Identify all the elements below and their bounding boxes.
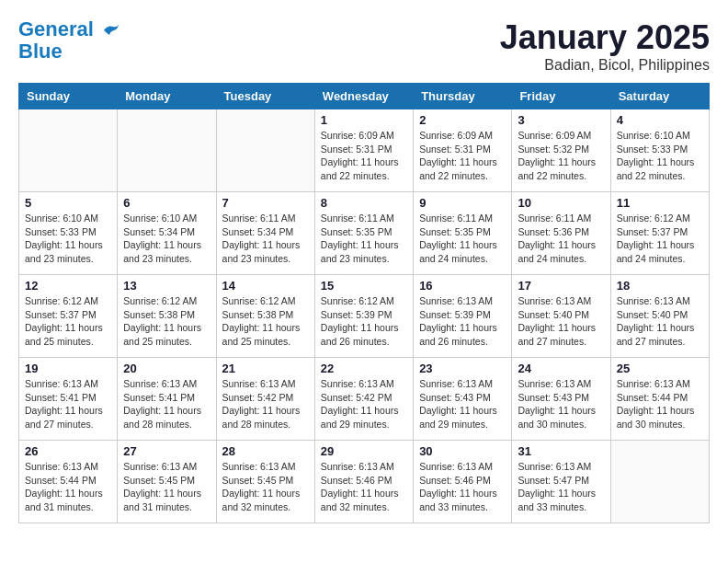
calendar-cell: 16Sunrise: 6:13 AM Sunset: 5:39 PM Dayli… — [414, 275, 512, 358]
logo-bird-icon — [102, 23, 120, 38]
day-number: 26 — [25, 444, 111, 458]
calendar-cell: 11Sunrise: 6:12 AM Sunset: 5:37 PM Dayli… — [610, 192, 709, 275]
calendar-cell: 10Sunrise: 6:11 AM Sunset: 5:36 PM Dayli… — [512, 192, 610, 275]
location-title: Badian, Bicol, Philippines — [500, 57, 710, 74]
day-number: 30 — [419, 444, 506, 458]
page-header: General Blue January 2025 Badian, Bicol,… — [18, 18, 710, 74]
week-row-1: 1Sunrise: 6:09 AM Sunset: 5:31 PM Daylig… — [19, 109, 710, 192]
day-number: 10 — [518, 196, 604, 210]
day-info: Sunrise: 6:11 AM Sunset: 5:35 PM Dayligh… — [419, 212, 506, 266]
day-number: 29 — [321, 444, 407, 458]
day-number: 1 — [321, 113, 407, 127]
day-number: 6 — [123, 196, 210, 210]
calendar-cell: 19Sunrise: 6:13 AM Sunset: 5:41 PM Dayli… — [19, 358, 118, 441]
day-info: Sunrise: 6:13 AM Sunset: 5:39 PM Dayligh… — [419, 294, 506, 349]
calendar-cell: 24Sunrise: 6:13 AM Sunset: 5:43 PM Dayli… — [512, 358, 610, 441]
day-info: Sunrise: 6:12 AM Sunset: 5:39 PM Dayligh… — [321, 294, 407, 349]
calendar-cell: 3Sunrise: 6:09 AM Sunset: 5:32 PM Daylig… — [512, 109, 610, 192]
day-number: 2 — [419, 113, 506, 127]
day-info: Sunrise: 6:12 AM Sunset: 5:37 PM Dayligh… — [25, 294, 111, 349]
calendar-cell: 18Sunrise: 6:13 AM Sunset: 5:40 PM Dayli… — [610, 275, 709, 358]
day-number: 5 — [25, 196, 111, 210]
week-row-3: 12Sunrise: 6:12 AM Sunset: 5:37 PM Dayli… — [19, 275, 710, 358]
day-info: Sunrise: 6:10 AM Sunset: 5:33 PM Dayligh… — [617, 129, 703, 183]
calendar-cell: 21Sunrise: 6:13 AM Sunset: 5:42 PM Dayli… — [216, 358, 314, 441]
week-row-4: 19Sunrise: 6:13 AM Sunset: 5:41 PM Dayli… — [19, 358, 710, 441]
calendar-cell: 23Sunrise: 6:13 AM Sunset: 5:43 PM Dayli… — [414, 358, 512, 441]
calendar-cell: 12Sunrise: 6:12 AM Sunset: 5:37 PM Dayli… — [19, 275, 118, 358]
day-number: 12 — [25, 279, 111, 293]
day-info: Sunrise: 6:13 AM Sunset: 5:44 PM Dayligh… — [25, 460, 111, 514]
day-number: 9 — [419, 196, 506, 210]
calendar-cell — [118, 109, 216, 192]
day-number: 22 — [321, 362, 407, 375]
day-info: Sunrise: 6:13 AM Sunset: 5:41 PM Dayligh… — [25, 377, 111, 431]
day-number: 13 — [123, 279, 210, 293]
day-number: 15 — [321, 279, 407, 293]
day-info: Sunrise: 6:13 AM Sunset: 5:46 PM Dayligh… — [419, 460, 506, 514]
day-info: Sunrise: 6:13 AM Sunset: 5:43 PM Dayligh… — [419, 377, 506, 431]
calendar-cell: 7Sunrise: 6:11 AM Sunset: 5:34 PM Daylig… — [216, 192, 314, 275]
day-number: 16 — [419, 279, 506, 293]
day-info: Sunrise: 6:13 AM Sunset: 5:45 PM Dayligh… — [123, 460, 210, 514]
calendar-cell: 22Sunrise: 6:13 AM Sunset: 5:42 PM Dayli… — [314, 358, 413, 441]
calendar-cell: 17Sunrise: 6:13 AM Sunset: 5:40 PM Dayli… — [512, 275, 610, 358]
logo-text: General — [18, 18, 120, 40]
day-info: Sunrise: 6:12 AM Sunset: 5:37 PM Dayligh… — [617, 212, 703, 266]
calendar-cell: 5Sunrise: 6:10 AM Sunset: 5:33 PM Daylig… — [19, 192, 118, 275]
calendar-cell: 2Sunrise: 6:09 AM Sunset: 5:31 PM Daylig… — [414, 109, 512, 192]
day-info: Sunrise: 6:13 AM Sunset: 5:47 PM Dayligh… — [518, 460, 604, 514]
calendar-cell: 13Sunrise: 6:12 AM Sunset: 5:38 PM Dayli… — [118, 275, 216, 358]
calendar-cell: 15Sunrise: 6:12 AM Sunset: 5:39 PM Dayli… — [314, 275, 413, 358]
day-info: Sunrise: 6:09 AM Sunset: 5:31 PM Dayligh… — [419, 129, 506, 183]
calendar-cell: 6Sunrise: 6:10 AM Sunset: 5:34 PM Daylig… — [118, 192, 216, 275]
calendar-cell: 26Sunrise: 6:13 AM Sunset: 5:44 PM Dayli… — [19, 441, 118, 523]
logo: General Blue — [18, 18, 120, 63]
day-info: Sunrise: 6:13 AM Sunset: 5:41 PM Dayligh… — [123, 377, 210, 431]
day-info: Sunrise: 6:10 AM Sunset: 5:33 PM Dayligh… — [25, 212, 111, 266]
day-info: Sunrise: 6:13 AM Sunset: 5:42 PM Dayligh… — [321, 377, 407, 431]
day-info: Sunrise: 6:13 AM Sunset: 5:40 PM Dayligh… — [518, 294, 604, 349]
day-info: Sunrise: 6:10 AM Sunset: 5:34 PM Dayligh… — [123, 212, 210, 266]
day-info: Sunrise: 6:11 AM Sunset: 5:34 PM Dayligh… — [222, 212, 309, 266]
day-number: 19 — [25, 362, 111, 375]
day-info: Sunrise: 6:12 AM Sunset: 5:38 PM Dayligh… — [222, 294, 309, 349]
calendar-title-area: January 2025 Badian, Bicol, Philippines — [500, 18, 710, 74]
header-thursday: Thursday — [414, 84, 512, 109]
week-row-5: 26Sunrise: 6:13 AM Sunset: 5:44 PM Dayli… — [19, 441, 710, 523]
day-number: 28 — [222, 444, 309, 458]
calendar-cell: 20Sunrise: 6:13 AM Sunset: 5:41 PM Dayli… — [118, 358, 216, 441]
day-number: 11 — [617, 196, 703, 210]
day-number: 17 — [518, 279, 604, 293]
calendar-cell: 31Sunrise: 6:13 AM Sunset: 5:47 PM Dayli… — [512, 441, 610, 523]
day-number: 4 — [617, 113, 703, 127]
calendar-cell: 28Sunrise: 6:13 AM Sunset: 5:45 PM Dayli… — [216, 441, 314, 523]
calendar-table: SundayMondayTuesdayWednesdayThursdayFrid… — [18, 83, 710, 523]
month-title: January 2025 — [500, 18, 710, 57]
day-number: 25 — [617, 362, 703, 375]
calendar-cell: 14Sunrise: 6:12 AM Sunset: 5:38 PM Dayli… — [216, 275, 314, 358]
logo-general: General — [18, 17, 94, 40]
calendar-cell — [216, 109, 314, 192]
day-info: Sunrise: 6:13 AM Sunset: 5:42 PM Dayligh… — [222, 377, 309, 431]
header-monday: Monday — [118, 84, 216, 109]
calendar-cell: 8Sunrise: 6:11 AM Sunset: 5:35 PM Daylig… — [314, 192, 413, 275]
day-info: Sunrise: 6:13 AM Sunset: 5:45 PM Dayligh… — [222, 460, 309, 514]
day-number: 3 — [518, 113, 604, 127]
header-friday: Friday — [512, 84, 610, 109]
day-info: Sunrise: 6:11 AM Sunset: 5:36 PM Dayligh… — [518, 212, 604, 266]
day-info: Sunrise: 6:13 AM Sunset: 5:44 PM Dayligh… — [617, 377, 703, 431]
day-number: 18 — [617, 279, 703, 293]
day-number: 31 — [518, 444, 604, 458]
day-info: Sunrise: 6:11 AM Sunset: 5:35 PM Dayligh… — [321, 212, 407, 266]
calendar-cell: 27Sunrise: 6:13 AM Sunset: 5:45 PM Dayli… — [118, 441, 216, 523]
calendar-cell — [610, 441, 709, 523]
calendar-cell: 30Sunrise: 6:13 AM Sunset: 5:46 PM Dayli… — [414, 441, 512, 523]
calendar-cell: 29Sunrise: 6:13 AM Sunset: 5:46 PM Dayli… — [314, 441, 413, 523]
day-number: 27 — [123, 444, 210, 458]
day-info: Sunrise: 6:09 AM Sunset: 5:31 PM Dayligh… — [321, 129, 407, 183]
logo-blue: Blue — [18, 40, 120, 63]
day-number: 7 — [222, 196, 309, 210]
header-tuesday: Tuesday — [216, 84, 314, 109]
header-sunday: Sunday — [19, 84, 118, 109]
